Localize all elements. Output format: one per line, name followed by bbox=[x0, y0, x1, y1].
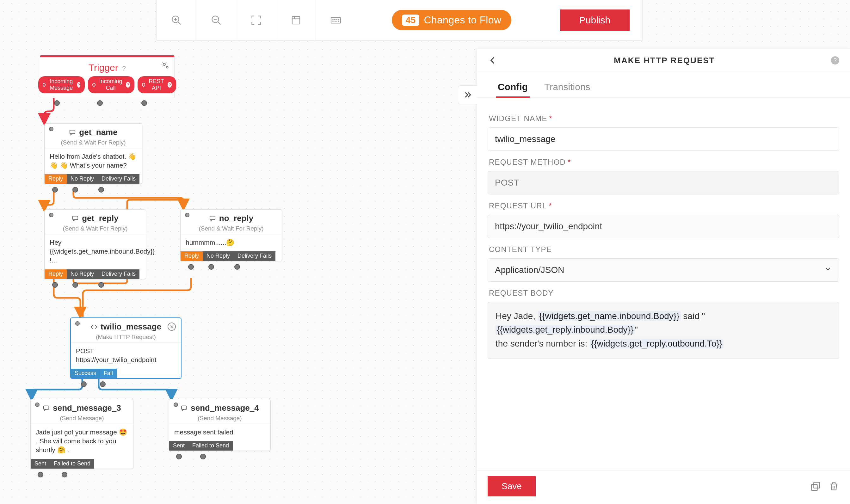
drag-handle-icon[interactable] bbox=[185, 213, 189, 217]
port-reply[interactable]: Reply bbox=[181, 251, 203, 261]
svg-point-23 bbox=[338, 21, 339, 21]
help-icon[interactable]: ? bbox=[831, 56, 839, 65]
port-sent[interactable]: Sent bbox=[169, 441, 188, 451]
trigger-pill-incoming-message[interactable]: Incoming Message? bbox=[38, 76, 85, 93]
label-request-method: REQUEST METHOD bbox=[489, 158, 566, 166]
back-button[interactable] bbox=[488, 55, 498, 66]
port-no-reply[interactable]: No Reply bbox=[203, 251, 234, 261]
drag-handle-icon[interactable] bbox=[35, 402, 39, 407]
chevron-left-icon bbox=[488, 55, 498, 66]
svg-point-21 bbox=[338, 19, 339, 20]
chat-icon bbox=[209, 215, 216, 222]
collapse-panel-button[interactable] bbox=[458, 85, 477, 104]
zoom-in-icon bbox=[171, 15, 182, 26]
delete-icon[interactable] bbox=[829, 481, 839, 492]
svg-rect-6 bbox=[181, 406, 187, 409]
close-icon[interactable]: ✕ bbox=[168, 323, 176, 331]
port-fail[interactable]: Fail bbox=[100, 369, 117, 378]
svg-point-22 bbox=[333, 21, 333, 21]
request-url-input[interactable] bbox=[488, 215, 839, 238]
publish-button[interactable]: Publish bbox=[560, 10, 630, 31]
save-button[interactable]: Save bbox=[488, 476, 536, 497]
editor-toolbar: 45 Changes to Flow Publish bbox=[156, 0, 643, 40]
svg-point-19 bbox=[334, 19, 335, 20]
port-delivery-fails[interactable]: Delivery Fails bbox=[234, 251, 275, 261]
content-type-select[interactable]: Application/JSON bbox=[488, 258, 839, 282]
svg-rect-14 bbox=[292, 16, 300, 24]
chat-icon bbox=[43, 405, 50, 412]
fit-screen-icon bbox=[250, 15, 262, 26]
svg-rect-26 bbox=[811, 484, 817, 490]
port-delivery-fails[interactable]: Delivery Fails bbox=[98, 269, 140, 279]
chat-icon bbox=[181, 405, 187, 412]
gear-icon[interactable] bbox=[161, 61, 170, 72]
port-no-reply[interactable]: No Reply bbox=[67, 269, 98, 279]
port-success[interactable]: Success bbox=[71, 369, 100, 378]
svg-rect-17 bbox=[331, 17, 341, 23]
widget-icon bbox=[290, 15, 302, 26]
port-failed-to-send[interactable]: Failed to Send bbox=[188, 441, 233, 451]
svg-point-18 bbox=[333, 19, 333, 20]
widget-library-button[interactable] bbox=[276, 0, 316, 40]
changes-count-badge: 45 bbox=[402, 15, 420, 26]
port-delivery-fails[interactable]: Delivery Fails bbox=[98, 174, 140, 184]
zoom-out-icon bbox=[211, 15, 222, 26]
svg-line-8 bbox=[178, 21, 181, 24]
zoom-out-button[interactable] bbox=[196, 0, 236, 40]
drag-handle-icon[interactable] bbox=[75, 321, 80, 326]
svg-point-20 bbox=[337, 19, 337, 20]
drag-handle-icon[interactable] bbox=[49, 127, 53, 131]
changes-to-flow-button[interactable]: 45 Changes to Flow bbox=[392, 10, 512, 30]
duplicate-icon[interactable] bbox=[810, 481, 821, 492]
fit-screen-button[interactable] bbox=[236, 0, 276, 40]
svg-line-12 bbox=[218, 21, 220, 24]
request-body-textarea[interactable]: Hey Jade, {{widgets.get_name.inbound.Bod… bbox=[488, 302, 839, 359]
trigger-pill-rest-api[interactable]: REST API? bbox=[138, 76, 176, 93]
port-reply[interactable]: Reply bbox=[44, 269, 67, 279]
svg-rect-4 bbox=[210, 216, 215, 219]
svg-rect-5 bbox=[44, 406, 49, 409]
request-method-select[interactable]: POST bbox=[488, 171, 839, 195]
chat-icon bbox=[72, 215, 79, 222]
port-failed-to-send[interactable]: Failed to Send bbox=[50, 459, 94, 469]
keyboard-icon bbox=[330, 15, 342, 26]
svg-point-0 bbox=[163, 63, 165, 66]
widget-name-input[interactable] bbox=[488, 127, 839, 151]
chevron-right-double-icon bbox=[463, 90, 472, 100]
label-content-type: CONTENT TYPE bbox=[489, 245, 552, 254]
code-icon bbox=[90, 323, 97, 330]
chevron-down-icon bbox=[824, 265, 832, 275]
port-sent[interactable]: Sent bbox=[31, 459, 50, 469]
port-reply[interactable]: Reply bbox=[44, 174, 67, 184]
trigger-widget[interactable]: Trigger ? Incoming Message? Incoming Cal… bbox=[40, 55, 175, 98]
widget-send-message-4[interactable]: send_message_4 (Send Message) message se… bbox=[169, 399, 271, 451]
panel-title: MAKE HTTP REQUEST bbox=[498, 56, 831, 66]
config-panel: MAKE HTTP REQUEST ? Config Transitions W… bbox=[477, 49, 850, 504]
trigger-title: Trigger bbox=[89, 62, 118, 73]
svg-point-1 bbox=[166, 67, 168, 68]
widget-no-reply[interactable]: no_reply (Send & Wait For Reply) hummmm.… bbox=[180, 209, 282, 261]
help-icon[interactable]: ? bbox=[122, 65, 126, 72]
widget-send-message-3[interactable]: send_message_3 (Send Message) Jade just … bbox=[30, 399, 133, 469]
widget-get-reply[interactable]: get_reply (Send & Wait For Reply) Hey {{… bbox=[44, 209, 146, 279]
widget-get-name[interactable]: get_name (Send & Wait For Reply) Hello f… bbox=[44, 123, 142, 184]
keyboard-shortcuts-button[interactable] bbox=[316, 0, 356, 40]
svg-rect-3 bbox=[73, 216, 78, 219]
widget-twilio-message[interactable]: ✕ twilio_message (Make HTTP Request) POS… bbox=[70, 318, 181, 379]
zoom-in-button[interactable] bbox=[157, 0, 196, 40]
chat-icon bbox=[69, 129, 76, 136]
label-request-url: REQUEST URL bbox=[489, 201, 547, 210]
tab-transitions[interactable]: Transitions bbox=[542, 78, 592, 97]
changes-label: Changes to Flow bbox=[424, 14, 501, 26]
drag-handle-icon[interactable] bbox=[174, 402, 178, 407]
svg-rect-2 bbox=[70, 130, 75, 133]
label-widget-name: WIDGET NAME bbox=[489, 114, 547, 123]
drag-handle-icon[interactable] bbox=[49, 213, 53, 217]
trigger-pill-incoming-call[interactable]: Incoming Call? bbox=[88, 76, 134, 93]
port-no-reply[interactable]: No Reply bbox=[67, 174, 98, 184]
svg-rect-25 bbox=[814, 482, 819, 488]
label-request-body: REQUEST BODY bbox=[489, 289, 554, 297]
tab-config[interactable]: Config bbox=[496, 78, 530, 97]
